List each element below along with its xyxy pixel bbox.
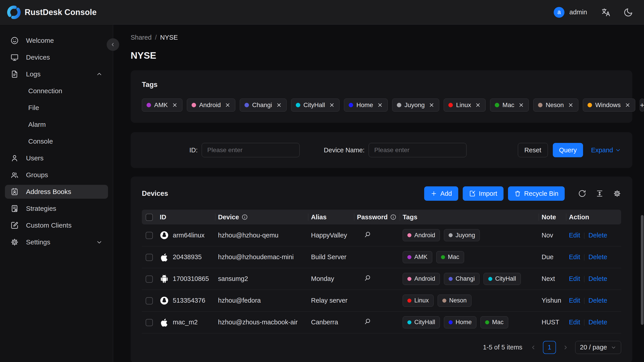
close-icon[interactable] — [276, 102, 282, 108]
add-device-button[interactable]: Add — [424, 186, 458, 201]
sidebar-item-console[interactable]: Console — [5, 134, 108, 148]
delete-link[interactable]: Delete — [588, 232, 607, 239]
smiley-icon — [10, 36, 19, 45]
edit-link[interactable]: Edit — [569, 232, 580, 239]
tag-chip-label: Windows — [595, 102, 621, 109]
tag-chip-label: CityHall — [495, 275, 516, 282]
sidebar-item-alarm[interactable]: Alarm — [5, 118, 108, 132]
scrollbar-thumb[interactable] — [641, 215, 644, 325]
delete-link[interactable]: Delete — [588, 297, 607, 304]
close-icon[interactable] — [518, 102, 524, 108]
add-tag-button[interactable]: + — [640, 98, 644, 112]
password-view-icon[interactable] — [364, 231, 371, 238]
reset-button[interactable]: Reset — [518, 143, 548, 157]
sidebar-item-users[interactable]: Users — [5, 151, 108, 165]
close-icon[interactable] — [568, 102, 574, 108]
tag-chip-android: Android — [403, 273, 440, 285]
row-tags: AMKMac — [403, 251, 536, 263]
next-page-icon[interactable] — [562, 344, 569, 351]
sidebar-item-connection[interactable]: Connection — [5, 84, 108, 98]
close-icon[interactable] — [625, 102, 630, 108]
tag-chip-label: AMK — [154, 102, 168, 109]
tag-chip-amk[interactable]: AMK — [142, 98, 182, 112]
tag-chip-changi[interactable]: Changi — [240, 98, 286, 112]
close-icon[interactable] — [225, 102, 230, 108]
device-name-input[interactable] — [368, 143, 466, 157]
device-alias: Monday — [308, 268, 354, 290]
row-checkbox[interactable] — [146, 297, 153, 304]
sidebar-item-custom-clients[interactable]: Custom Clients — [5, 218, 108, 232]
query-button[interactable]: Query — [553, 143, 583, 157]
chevron-up-icon — [96, 71, 103, 78]
tag-chip-windows[interactable]: Windows — [583, 98, 635, 112]
theme-toggle[interactable] — [624, 8, 633, 17]
device-id: mac_m2 — [173, 318, 198, 326]
chevron-down-icon — [96, 239, 103, 246]
edit-link[interactable]: Edit — [569, 318, 580, 326]
close-icon[interactable] — [377, 102, 383, 108]
device-name: hzhou@hzhoudemac-mini — [215, 246, 308, 268]
password-view-icon[interactable] — [364, 274, 371, 282]
sidebar-item-logs[interactable]: Logs — [5, 67, 108, 81]
breadcrumb-current: NYSE — [160, 34, 178, 41]
edit-link[interactable]: Edit — [569, 253, 580, 260]
tag-chip-mac[interactable]: Mac — [490, 98, 529, 112]
tag-chip-cityhall: CityHall — [403, 316, 440, 328]
select-all-checkbox[interactable] — [146, 214, 153, 221]
strategy-document-icon — [10, 204, 19, 213]
breadcrumb-parent[interactable]: Shared — [131, 34, 152, 41]
sidebar-item-label: Connection — [28, 87, 103, 95]
row-tags: LinuxNeson — [403, 294, 536, 307]
tag-chip-linux[interactable]: Linux — [444, 98, 486, 112]
id-label: ID: — [189, 146, 198, 154]
tag-chip-neson[interactable]: Neson — [533, 98, 578, 112]
delete-link[interactable]: Delete — [588, 275, 607, 282]
import-button[interactable]: Import — [463, 186, 504, 201]
sidebar-item-devices[interactable]: Devices — [5, 50, 108, 64]
edit-link[interactable]: Edit — [569, 275, 580, 282]
tag-chip-home[interactable]: Home — [344, 98, 388, 112]
tag-chip-juyong[interactable]: Juyong — [392, 98, 439, 112]
device-note: HUST — [539, 311, 566, 333]
edit-link[interactable]: Edit — [569, 297, 580, 304]
delete-link[interactable]: Delete — [588, 318, 607, 326]
row-height-icon[interactable] — [596, 190, 604, 198]
device-id: 20438935 — [173, 253, 202, 261]
user-icon — [10, 154, 19, 162]
tag-chip-label: Neson — [546, 102, 564, 109]
sidebar-item-address-books[interactable]: Address Books — [5, 185, 108, 199]
prev-page-icon[interactable] — [530, 344, 537, 351]
expand-link[interactable]: Expand — [591, 146, 621, 154]
sidebar-item-file[interactable]: File — [5, 101, 108, 115]
row-checkbox[interactable] — [146, 232, 153, 239]
row-checkbox[interactable] — [146, 254, 153, 261]
row-checkbox[interactable] — [146, 319, 153, 326]
document-icon — [10, 70, 19, 78]
page-number-button[interactable]: 1 — [543, 341, 556, 354]
refresh-icon[interactable] — [578, 190, 586, 198]
sidebar-item-strategies[interactable]: Strategies — [5, 202, 108, 216]
recycle-bin-button[interactable]: Recycle Bin — [508, 186, 565, 201]
row-checkbox[interactable] — [146, 276, 153, 283]
tags-card: Tags AMKAndroidChangiCityHallHomeJuyongL… — [131, 70, 632, 123]
page-size-select[interactable]: 20 / page — [575, 341, 621, 354]
tag-chip-android[interactable]: Android — [187, 98, 236, 112]
avatar[interactable]: a — [554, 7, 564, 18]
id-input[interactable] — [202, 143, 300, 157]
password-view-icon[interactable] — [364, 318, 371, 325]
sidebar-item-label: Settings — [26, 238, 89, 246]
close-icon[interactable] — [475, 102, 481, 108]
sidebar-item-welcome[interactable]: Welcome — [5, 34, 108, 48]
close-icon[interactable] — [429, 102, 434, 108]
close-icon[interactable] — [329, 102, 335, 108]
close-icon[interactable] — [172, 102, 178, 108]
sidebar-item-settings[interactable]: Settings — [5, 235, 108, 249]
tag-chip-cityhall[interactable]: CityHall — [291, 98, 340, 112]
breadcrumb: Shared / NYSE — [131, 34, 632, 41]
delete-link[interactable]: Delete — [588, 253, 607, 260]
table-settings-gear-icon[interactable] — [613, 190, 621, 198]
device-name-label: Device Name: — [324, 146, 364, 154]
language-button[interactable] — [601, 8, 611, 17]
sidebar-item-groups[interactable]: Groups — [5, 168, 108, 182]
sidebar-item-label: Address Books — [26, 188, 103, 196]
